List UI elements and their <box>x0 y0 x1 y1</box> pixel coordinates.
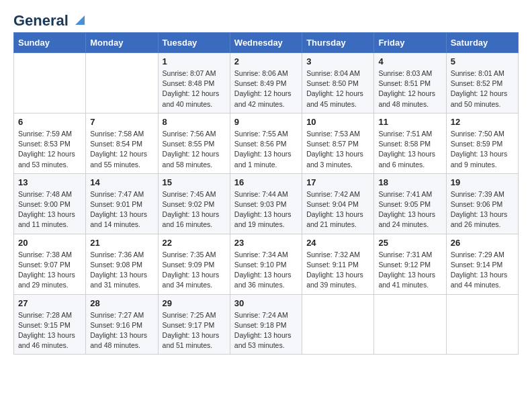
day-info: Sunrise: 8:06 AM Sunset: 8:49 PM Dayligh… <box>234 68 298 109</box>
weekday-header-wednesday: Wednesday <box>230 33 302 53</box>
day-number: 2 <box>234 56 298 66</box>
calendar-cell: 14Sunrise: 7:47 AM Sunset: 9:01 PM Dayli… <box>86 173 158 234</box>
day-info: Sunrise: 7:53 AM Sunset: 8:57 PM Dayligh… <box>306 129 369 170</box>
day-info: Sunrise: 7:34 AM Sunset: 9:10 PM Dayligh… <box>234 250 298 291</box>
day-number: 21 <box>90 238 153 248</box>
calendar-cell: 22Sunrise: 7:35 AM Sunset: 9:09 PM Dayli… <box>158 234 230 294</box>
day-number: 5 <box>451 56 514 66</box>
calendar-cell: 28Sunrise: 7:27 AM Sunset: 9:16 PM Dayli… <box>86 294 158 355</box>
logo-icon <box>70 13 85 28</box>
calendar-cell: 4Sunrise: 8:03 AM Sunset: 8:51 PM Daylig… <box>374 53 446 113</box>
calendar-cell: 10Sunrise: 7:53 AM Sunset: 8:57 PM Dayli… <box>302 113 374 173</box>
calendar-cell: 1Sunrise: 8:07 AM Sunset: 8:48 PM Daylig… <box>158 53 230 113</box>
day-info: Sunrise: 7:48 AM Sunset: 9:00 PM Dayligh… <box>18 189 81 230</box>
day-number: 12 <box>451 117 514 127</box>
day-number: 19 <box>451 177 514 187</box>
day-info: Sunrise: 8:03 AM Sunset: 8:51 PM Dayligh… <box>378 68 441 109</box>
day-number: 25 <box>378 238 441 248</box>
day-number: 23 <box>234 238 298 248</box>
calendar-page: General SundayMondayTuesdayWednesdayThur… <box>0 0 532 367</box>
calendar-cell: 20Sunrise: 7:38 AM Sunset: 9:07 PM Dayli… <box>14 234 86 294</box>
calendar-week-2: 6Sunrise: 7:59 AM Sunset: 8:53 PM Daylig… <box>14 113 519 173</box>
calendar-cell: 25Sunrise: 7:31 AM Sunset: 9:12 PM Dayli… <box>374 234 446 294</box>
day-info: Sunrise: 7:50 AM Sunset: 8:59 PM Dayligh… <box>451 129 514 170</box>
calendar-cell: 12Sunrise: 7:50 AM Sunset: 8:59 PM Dayli… <box>446 113 518 173</box>
calendar-table: SundayMondayTuesdayWednesdayThursdayFrid… <box>13 32 519 355</box>
day-number: 17 <box>306 177 369 187</box>
day-info: Sunrise: 7:25 AM Sunset: 9:17 PM Dayligh… <box>163 310 226 351</box>
page-header: General <box>13 12 519 27</box>
day-number: 3 <box>306 56 369 66</box>
day-info: Sunrise: 7:47 AM Sunset: 9:01 PM Dayligh… <box>90 189 153 230</box>
calendar-cell <box>14 53 86 113</box>
calendar-cell: 21Sunrise: 7:36 AM Sunset: 9:08 PM Dayli… <box>86 234 158 294</box>
weekday-header-monday: Monday <box>86 33 158 53</box>
day-info: Sunrise: 7:39 AM Sunset: 9:06 PM Dayligh… <box>451 189 514 230</box>
day-number: 22 <box>163 238 226 248</box>
calendar-cell: 24Sunrise: 7:32 AM Sunset: 9:11 PM Dayli… <box>302 234 374 294</box>
day-info: Sunrise: 7:38 AM Sunset: 9:07 PM Dayligh… <box>18 250 81 291</box>
day-number: 27 <box>18 298 81 308</box>
day-info: Sunrise: 8:07 AM Sunset: 8:48 PM Dayligh… <box>163 68 226 109</box>
calendar-cell: 9Sunrise: 7:55 AM Sunset: 8:56 PM Daylig… <box>230 113 302 173</box>
day-info: Sunrise: 7:28 AM Sunset: 9:15 PM Dayligh… <box>18 310 81 351</box>
calendar-cell: 17Sunrise: 7:42 AM Sunset: 9:04 PM Dayli… <box>302 173 374 234</box>
day-number: 16 <box>234 177 298 187</box>
svg-marker-0 <box>75 15 85 25</box>
calendar-cell: 15Sunrise: 7:45 AM Sunset: 9:02 PM Dayli… <box>158 173 230 234</box>
day-number: 13 <box>18 177 81 187</box>
weekday-header-tuesday: Tuesday <box>158 33 230 53</box>
calendar-cell <box>446 294 518 355</box>
calendar-week-3: 13Sunrise: 7:48 AM Sunset: 9:00 PM Dayli… <box>14 173 519 234</box>
logo: General <box>13 12 85 27</box>
day-info: Sunrise: 7:35 AM Sunset: 9:09 PM Dayligh… <box>163 250 226 291</box>
day-number: 14 <box>90 177 153 187</box>
calendar-cell: 26Sunrise: 7:29 AM Sunset: 9:14 PM Dayli… <box>446 234 518 294</box>
day-info: Sunrise: 7:31 AM Sunset: 9:12 PM Dayligh… <box>378 250 441 291</box>
day-number: 4 <box>378 56 441 66</box>
calendar-week-1: 1Sunrise: 8:07 AM Sunset: 8:48 PM Daylig… <box>14 53 519 113</box>
calendar-cell: 13Sunrise: 7:48 AM Sunset: 9:00 PM Dayli… <box>14 173 86 234</box>
weekday-header-saturday: Saturday <box>446 33 518 53</box>
day-number: 18 <box>378 177 441 187</box>
day-number: 7 <box>90 117 153 127</box>
calendar-cell: 6Sunrise: 7:59 AM Sunset: 8:53 PM Daylig… <box>14 113 86 173</box>
calendar-cell: 8Sunrise: 7:56 AM Sunset: 8:55 PM Daylig… <box>158 113 230 173</box>
calendar-cell: 18Sunrise: 7:41 AM Sunset: 9:05 PM Dayli… <box>374 173 446 234</box>
calendar-cell: 19Sunrise: 7:39 AM Sunset: 9:06 PM Dayli… <box>446 173 518 234</box>
day-number: 30 <box>234 298 298 308</box>
day-info: Sunrise: 7:27 AM Sunset: 9:16 PM Dayligh… <box>90 310 153 351</box>
day-info: Sunrise: 7:29 AM Sunset: 9:14 PM Dayligh… <box>451 250 514 291</box>
day-info: Sunrise: 8:04 AM Sunset: 8:50 PM Dayligh… <box>306 68 369 109</box>
day-number: 9 <box>234 117 298 127</box>
calendar-cell: 23Sunrise: 7:34 AM Sunset: 9:10 PM Dayli… <box>230 234 302 294</box>
day-info: Sunrise: 7:42 AM Sunset: 9:04 PM Dayligh… <box>306 189 369 230</box>
day-number: 24 <box>306 238 369 248</box>
calendar-cell: 3Sunrise: 8:04 AM Sunset: 8:50 PM Daylig… <box>302 53 374 113</box>
day-info: Sunrise: 7:45 AM Sunset: 9:02 PM Dayligh… <box>163 189 226 230</box>
day-info: Sunrise: 7:24 AM Sunset: 9:18 PM Dayligh… <box>234 310 298 351</box>
day-number: 6 <box>18 117 81 127</box>
calendar-cell <box>302 294 374 355</box>
day-number: 1 <box>163 56 226 66</box>
calendar-cell: 7Sunrise: 7:58 AM Sunset: 8:54 PM Daylig… <box>86 113 158 173</box>
day-number: 8 <box>163 117 226 127</box>
day-info: Sunrise: 7:32 AM Sunset: 9:11 PM Dayligh… <box>306 250 369 291</box>
day-number: 20 <box>18 238 81 248</box>
calendar-cell: 5Sunrise: 8:01 AM Sunset: 8:52 PM Daylig… <box>446 53 518 113</box>
calendar-cell: 30Sunrise: 7:24 AM Sunset: 9:18 PM Dayli… <box>230 294 302 355</box>
day-info: Sunrise: 7:41 AM Sunset: 9:05 PM Dayligh… <box>378 189 441 230</box>
calendar-cell: 16Sunrise: 7:44 AM Sunset: 9:03 PM Dayli… <box>230 173 302 234</box>
calendar-cell: 2Sunrise: 8:06 AM Sunset: 8:49 PM Daylig… <box>230 53 302 113</box>
calendar-cell: 27Sunrise: 7:28 AM Sunset: 9:15 PM Dayli… <box>14 294 86 355</box>
day-number: 10 <box>306 117 369 127</box>
calendar-cell: 29Sunrise: 7:25 AM Sunset: 9:17 PM Dayli… <box>158 294 230 355</box>
day-info: Sunrise: 7:58 AM Sunset: 8:54 PM Dayligh… <box>90 129 153 170</box>
logo-general: General <box>13 12 69 30</box>
weekday-header-thursday: Thursday <box>302 33 374 53</box>
weekday-header-friday: Friday <box>374 33 446 53</box>
day-info: Sunrise: 8:01 AM Sunset: 8:52 PM Dayligh… <box>451 68 514 109</box>
day-info: Sunrise: 7:36 AM Sunset: 9:08 PM Dayligh… <box>90 250 153 291</box>
day-number: 28 <box>90 298 153 308</box>
day-info: Sunrise: 7:56 AM Sunset: 8:55 PM Dayligh… <box>163 129 226 170</box>
